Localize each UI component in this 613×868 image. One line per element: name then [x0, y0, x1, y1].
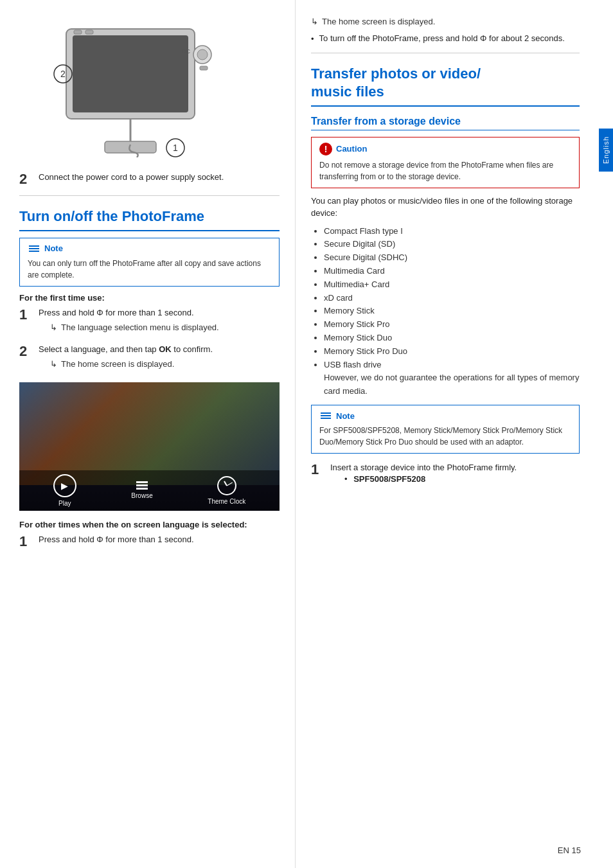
arrow-home-text: The home screen is displayed.: [322, 15, 435, 28]
step2b-text-pre: Select a language, and then tap: [39, 344, 157, 354]
device-svg: DC 2 1: [28, 16, 272, 157]
note-header-2: Note: [319, 411, 571, 421]
step2b-arrow: ↳ The home screen is displayed.: [50, 358, 280, 371]
browse-icon: [136, 481, 148, 490]
caution-label: Caution: [336, 144, 367, 154]
screen-clock-item: Theme Clock: [208, 476, 245, 505]
screen-play-item: ▶ Play: [53, 474, 76, 507]
svg-text:1: 1: [173, 143, 178, 153]
step1-insert: 1 Insert a storage device into the Photo…: [311, 461, 580, 484]
step1-first-text: Press and hold Φ for more than 1 second.: [39, 306, 280, 319]
step1-insert-model-block: • SPF5008/SPF5208: [344, 474, 580, 484]
step2-number: 2: [19, 171, 33, 188]
caution-text: Do not remove a storage device from the …: [319, 159, 571, 182]
step2b-ok-label: OK: [159, 344, 172, 354]
storage-item-1: Secure Digital (SD): [324, 238, 580, 251]
svg-rect-7: [200, 66, 208, 70]
note-header-power: Note: [28, 244, 271, 254]
arrow-icon-2: ↳: [50, 358, 57, 371]
step2b-number: 2: [19, 343, 33, 360]
transfer-title-line1: Transfer photos or video/: [311, 66, 481, 82]
step1-insert-number: 1: [311, 461, 325, 478]
arrow-icon-home: ↳: [311, 15, 318, 28]
note-text-power: You can only turn off the PhotoFrame aft…: [28, 258, 271, 281]
device-illustration: DC 2 1: [19, 13, 280, 161]
turnoff-bullet: • To turn off the PhotoFrame, press and …: [311, 33, 580, 44]
storage-item-10: USB flash drive However, we do not guara…: [324, 359, 580, 398]
caution-box: ! Caution Do not remove a storage device…: [311, 137, 580, 188]
step2b-arrow-text: The home screen is displayed.: [61, 358, 174, 371]
step2-first-time: 2 Select a language, and then tap OK to …: [19, 343, 280, 373]
step1-insert-content: Insert a storage device into the PhotoFr…: [330, 461, 580, 484]
page-footer: EN 15: [558, 846, 581, 855]
svg-rect-3: [85, 30, 93, 34]
bullet-dot-model: •: [344, 474, 348, 484]
for-first-time-label: For the first time use:: [19, 293, 280, 303]
page-number: EN 15: [558, 846, 581, 855]
storage-item-0: Compact Flash type I: [324, 225, 580, 238]
note-lines-icon-2: [321, 412, 331, 419]
svg-text:DC: DC: [182, 48, 190, 55]
note-icon-power: [28, 244, 40, 254]
note-text-2: For SPF5008/SPF5208, Memory Stick/Memory…: [319, 425, 571, 448]
svg-rect-2: [74, 30, 82, 34]
clock-label: Theme Clock: [208, 498, 245, 505]
step1-insert-text: Insert a storage device into the PhotoFr…: [330, 461, 580, 474]
right-arrow-home: ↳ The home screen is displayed.: [311, 15, 580, 28]
storage-item-8: Memory Stick Duo: [324, 332, 580, 345]
note-icon-2: [319, 411, 332, 421]
note-box-2: Note For SPF5008/SPF5208, Memory Stick/M…: [311, 405, 580, 454]
storage-usb-label: USB flash drive: [324, 360, 382, 369]
usb-note-text: However, we do not guarantee the operati…: [324, 373, 579, 396]
step1-first-arrow1: ↳ The language selection menu is display…: [50, 321, 280, 334]
step1b-number: 1: [19, 533, 33, 550]
sidebar-language-tab: English: [599, 128, 613, 172]
step1-insert-model: SPF5008/SPF5208: [353, 474, 425, 484]
step1-first-arrow1-text: The language selection menu is displayed…: [61, 321, 219, 334]
svg-rect-1: [73, 35, 188, 112]
subsection-title-storage: Transfer from a storage device: [311, 116, 580, 130]
step1-other-times: 1 Press and hold Φ for more than 1 secon…: [19, 533, 280, 550]
arrow-icon-1: ↳: [50, 321, 57, 334]
note-label-2: Note: [336, 411, 355, 421]
step1b-text: Press and hold Φ for more than 1 second.: [39, 533, 280, 546]
step1-first-number: 1: [19, 306, 33, 323]
storage-item-5: xD card: [324, 292, 580, 305]
note-lines-icon: [29, 245, 39, 252]
screen-icons-bar: ▶ Play Browse: [19, 470, 280, 511]
right-column: ↳ The home screen is displayed. • To tur…: [296, 0, 599, 868]
step2b-text: Select a language, and then tap OK to co…: [39, 343, 280, 356]
step2-text: Connect the power cord to a power supply…: [39, 171, 280, 184]
photo-layer: [19, 382, 280, 485]
storage-item-7: Memory Stick Pro: [324, 318, 580, 332]
storage-item-6: Memory Stick: [324, 305, 580, 318]
note-label-power: Note: [44, 244, 63, 253]
note-box-power: Note You can only turn off the PhotoFram…: [19, 238, 280, 287]
left-column: DC 2 1 2: [0, 0, 296, 868]
storage-item-3: Multimedia Card: [324, 265, 580, 278]
clock-icon: [217, 476, 236, 495]
caution-icon: !: [319, 143, 332, 155]
play-button-icon: ▶: [53, 474, 76, 497]
storage-item-4: Multimedia+ Card: [324, 278, 580, 292]
for-other-times-label: For other times when the on screen langu…: [19, 520, 280, 529]
step1-first-time: 1 Press and hold Φ for more than 1 secon…: [19, 306, 280, 337]
svg-text:2: 2: [60, 69, 66, 79]
storage-intro-text: You can play photos or music/video files…: [311, 195, 580, 220]
transfer-title-line2: music files: [311, 84, 384, 100]
turnoff-text: To turn off the PhotoFrame, press and ho…: [319, 33, 565, 43]
play-label: Play: [58, 500, 71, 507]
clock-hand-minute: [227, 482, 233, 486]
screen-browse-item: Browse: [131, 481, 152, 499]
step2-connect-power: 2 Connect the power cord to a power supp…: [19, 171, 280, 188]
section-title-transfer: Transfer photos or video/ music files: [311, 65, 580, 107]
caution-header: ! Caution: [319, 143, 571, 155]
step2b-text-post: to confirm.: [173, 344, 213, 354]
storage-item-2: Secure Digital (SDHC): [324, 251, 580, 265]
section-title-power: Turn on/off the PhotoFrame: [19, 208, 280, 231]
bullet-dot-turnoff: •: [311, 34, 314, 44]
screen-image: ▶ Play Browse: [19, 382, 280, 511]
storage-device-list: Compact Flash type I Secure Digital (SD)…: [311, 225, 580, 398]
svg-point-5: [197, 49, 208, 60]
storage-item-9: Memory Stick Pro Duo: [324, 345, 580, 359]
